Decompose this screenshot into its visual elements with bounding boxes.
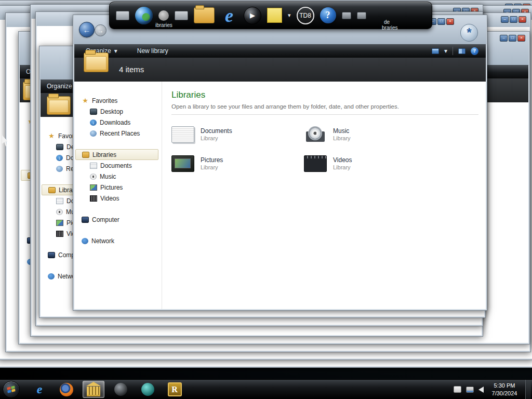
system-tray: 5:30 PM 7/30/2024 (454, 380, 532, 399)
pictures-icon (90, 184, 97, 191)
td8-badge-icon[interactable]: TD8 (297, 7, 314, 24)
small-library-icon[interactable] (357, 12, 366, 19)
drive-icon[interactable] (175, 11, 188, 20)
sidebar-item-desktop[interactable]: Desktop (75, 106, 162, 117)
sidebar-item-pictures[interactable]: Pictures (75, 182, 162, 193)
library-type-label: Library (333, 135, 351, 142)
chevron-down-icon: ▾ (114, 47, 117, 55)
library-grid: DocumentsLibrary MusicLibrary PicturesLi… (171, 126, 486, 173)
change-view-icon[interactable] (432, 48, 439, 54)
preview-pane-icon[interactable] (458, 48, 466, 54)
libraries-explorer-window[interactable]: ← → * – □ × Organize ▾ New library ▾ ? (73, 15, 487, 311)
videos-icon (90, 195, 97, 202)
sidebar-label: Videos (100, 195, 119, 202)
icon-toolbar-dock: e ▶ ▾ TD8 ? ibraries de braries (109, 2, 432, 29)
sidebar-item-computer[interactable]: Computer (75, 214, 162, 225)
library-name[interactable]: Pictures (201, 156, 223, 164)
videos-icon (56, 231, 63, 237)
sidebar-item-downloads[interactable]: ↓Downloads (75, 117, 162, 128)
maximize-button[interactable]: □ (437, 18, 445, 25)
command-bar: Organize ▾ New library ▾ ? (74, 44, 486, 58)
taskbar-item-internet-explorer[interactable]: e (29, 381, 50, 398)
sidebar-item-favorites[interactable]: ★Favorites (75, 95, 162, 106)
windows-flag-icon (7, 385, 15, 393)
music-icon (90, 174, 97, 180)
desktop-icon (56, 144, 63, 150)
divider (453, 47, 453, 55)
sidebar-item-documents[interactable]: Documents (75, 160, 162, 171)
window-content: ★Favorites Desktop ↓Downloads Recent Pla… (74, 82, 486, 309)
library-item-videos[interactable]: VideosLibrary (304, 155, 436, 173)
globe-icon[interactable] (135, 7, 153, 24)
help-icon[interactable]: ? (320, 7, 336, 23)
maximize-button[interactable]: □ (509, 35, 516, 42)
library-item-music[interactable]: MusicLibrary (304, 126, 436, 144)
views-star-button[interactable]: * (460, 24, 478, 42)
close-button[interactable]: × (518, 16, 526, 23)
sidebar-label: Libraries (92, 151, 116, 158)
documents-library-icon (171, 126, 194, 143)
close-button[interactable]: × (446, 18, 454, 25)
sidebar-item-libraries[interactable]: Libraries (75, 149, 158, 160)
tray-language-icon[interactable] (454, 386, 461, 393)
network-icon[interactable] (466, 387, 474, 393)
folder-icon[interactable] (194, 7, 215, 23)
favorites-star-icon: ★ (82, 98, 89, 104)
small-library-icon[interactable] (342, 12, 351, 19)
sidebar-item-network[interactable]: Network (75, 235, 162, 246)
sidebar-item-music[interactable]: Music (75, 171, 162, 182)
maximize-button[interactable]: □ (510, 16, 517, 23)
item-count-label: 4 items (119, 65, 144, 74)
forward-button[interactable]: → (95, 24, 107, 36)
back-button[interactable]: ← (79, 22, 95, 37)
media-player-icon[interactable]: ▶ (244, 7, 261, 24)
start-button[interactable] (3, 381, 20, 398)
page-subtitle: Open a library to see your files and arr… (171, 103, 486, 110)
disc-icon[interactable] (158, 10, 169, 21)
sidebar-label: Pictures (100, 184, 123, 191)
minimize-button[interactable]: – (501, 16, 509, 23)
volume-icon[interactable] (478, 387, 484, 393)
drive-icon[interactable] (116, 11, 129, 20)
taskbar-item-dark-sphere[interactable] (110, 381, 131, 398)
clock-time: 5:30 PM (488, 382, 521, 389)
library-name[interactable]: Documents (201, 127, 232, 135)
sidebar-item-recent-places[interactable]: Recent Places (75, 128, 162, 139)
taskbar-item-explorer-active[interactable] (83, 381, 104, 398)
taskbar-item-teal-sphere[interactable] (137, 381, 158, 398)
firefox-icon (60, 383, 73, 396)
recent-places-icon (56, 166, 63, 172)
sidebar-item-videos[interactable]: Videos (75, 193, 162, 204)
sticky-note-icon[interactable] (267, 8, 282, 23)
minimize-button[interactable]: – (500, 35, 508, 42)
videos-library-icon (304, 155, 327, 172)
sidebar-label: Favorites (92, 97, 117, 104)
sidebar-label: Recent Places (100, 130, 140, 137)
new-library-button[interactable]: New library (137, 47, 168, 55)
recent-places-icon (90, 130, 97, 137)
library-name[interactable]: Music (333, 127, 351, 135)
close-button[interactable]: × (517, 35, 525, 42)
view-dropdown-caret-icon[interactable]: ▾ (444, 47, 447, 55)
library-item-pictures[interactable]: PicturesLibrary (171, 155, 304, 173)
search-text-fragment: de (384, 19, 390, 25)
library-type-label: Library (333, 164, 352, 171)
page-title: Libraries (171, 90, 486, 100)
help-icon[interactable]: ? (471, 47, 478, 55)
internet-explorer-icon[interactable]: e (220, 5, 238, 26)
taskbar-item-firefox[interactable] (56, 381, 77, 398)
documents-icon (90, 163, 97, 169)
library-name[interactable]: Videos (333, 156, 352, 164)
taskbar-clock[interactable]: 5:30 PM 7/30/2024 (488, 382, 521, 397)
folder-icon (84, 52, 109, 72)
show-desktop-button[interactable] (525, 380, 531, 399)
documents-icon (56, 198, 63, 204)
sidebar-label: Computer (92, 216, 119, 223)
computer-icon (48, 252, 55, 258)
music-icon (56, 209, 63, 215)
taskbar-item-r-app[interactable]: R (164, 381, 185, 398)
organize-button[interactable]: Organize (47, 83, 72, 90)
dock-dropdown-caret-icon[interactable]: ▾ (288, 12, 291, 19)
library-item-documents[interactable]: DocumentsLibrary (171, 126, 304, 144)
library-type-label: Library (201, 135, 232, 142)
